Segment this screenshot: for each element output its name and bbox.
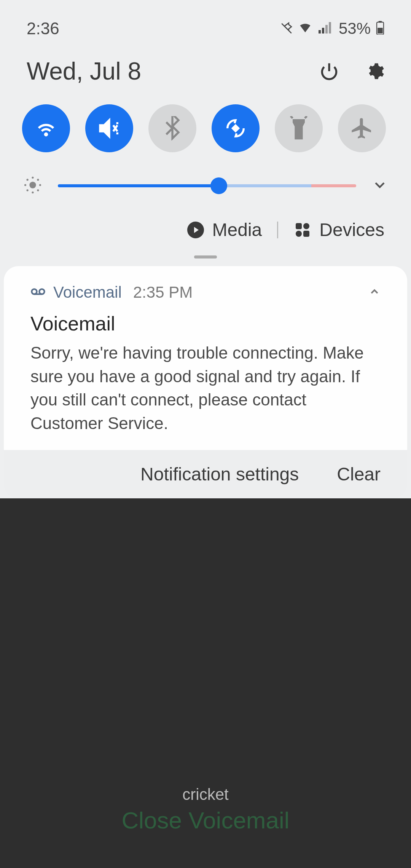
header-date: Wed, Jul 8 (27, 57, 141, 85)
brightness-expand-chevron[interactable] (371, 177, 388, 195)
qs-tiles-row (0, 97, 411, 164)
power-button[interactable] (320, 62, 339, 81)
airplane-tile[interactable] (338, 104, 386, 152)
devices-label: Devices (319, 219, 384, 240)
svg-rect-14 (296, 223, 302, 229)
notification-shade: 2:36 53% Wed, Jul 8 (0, 0, 411, 498)
notification-card[interactable]: Voicemail 2:35 PM Voicemail Sorry, we're… (4, 266, 407, 450)
svg-rect-17 (303, 231, 309, 237)
status-time: 2:36 (27, 19, 59, 38)
wifi-tile[interactable] (22, 104, 70, 152)
battery-percent: 53% (339, 19, 371, 38)
auto-rotate-tile[interactable] (212, 104, 260, 152)
divider (277, 222, 278, 238)
clear-button[interactable]: Clear (337, 464, 381, 485)
svg-rect-3 (231, 124, 240, 133)
notification-settings-button[interactable]: Notification settings (140, 464, 299, 485)
svg-point-12 (37, 179, 39, 181)
background-app: cricket Close Voicemail (0, 785, 411, 834)
carrier-label: cricket (0, 785, 411, 804)
svg-rect-16 (296, 231, 302, 237)
brightness-slider[interactable] (58, 184, 356, 187)
status-icons: 53% (280, 19, 384, 38)
battery-icon (376, 21, 384, 36)
shade-drag-handle[interactable] (194, 255, 217, 258)
sound-mute-tile[interactable] (85, 104, 133, 152)
svg-point-9 (27, 179, 29, 181)
media-button[interactable]: Media (186, 219, 262, 240)
notification-body: Sorry, we're having trouble connecting. … (30, 341, 381, 435)
qs-header: Wed, Jul 8 (0, 49, 411, 97)
collapse-chevron-icon[interactable] (368, 286, 381, 299)
media-devices-row: Media Devices (0, 208, 411, 252)
svg-rect-1 (379, 21, 382, 23)
signal-status-icon (317, 21, 331, 36)
vibrate-off-icon (280, 21, 293, 36)
devices-button[interactable]: Devices (293, 219, 384, 240)
svg-point-5 (32, 177, 33, 179)
bluetooth-tile[interactable] (148, 104, 196, 152)
svg-rect-15 (303, 223, 309, 229)
svg-point-10 (37, 189, 39, 191)
notification-list: Voicemail 2:35 PM Voicemail Sorry, we're… (4, 266, 407, 498)
wifi-status-icon (298, 21, 312, 36)
brightness-icon (23, 175, 43, 196)
close-voicemail-button[interactable]: Close Voicemail (0, 807, 411, 834)
notification-app-name: Voicemail (53, 283, 122, 302)
settings-gear-button[interactable] (365, 62, 384, 81)
notification-footer: Notification settings Clear (4, 450, 407, 498)
media-label: Media (212, 219, 262, 240)
notification-header: Voicemail 2:35 PM (30, 283, 381, 302)
flashlight-tile[interactable] (275, 104, 323, 152)
svg-point-7 (24, 184, 26, 186)
brightness-row (0, 164, 411, 208)
svg-point-4 (29, 182, 36, 188)
svg-rect-2 (378, 28, 383, 34)
voicemail-icon (30, 284, 46, 301)
svg-point-6 (32, 191, 33, 193)
notification-time: 2:35 PM (133, 283, 193, 302)
notification-title: Voicemail (30, 312, 381, 335)
svg-point-11 (27, 189, 29, 191)
status-bar: 2:36 53% (0, 0, 411, 49)
svg-point-8 (39, 184, 41, 186)
